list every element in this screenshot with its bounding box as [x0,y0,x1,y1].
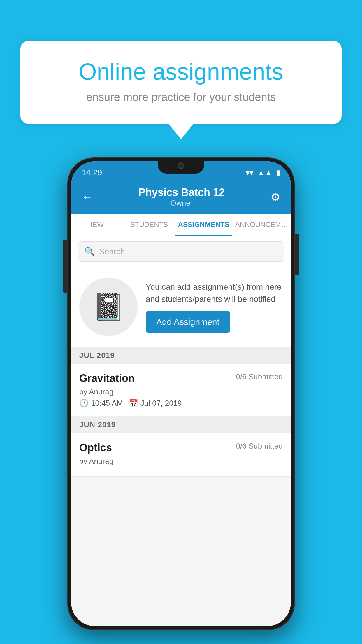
assignment-header-optics: Optics 0/6 Submitted [79,442,283,454]
empty-text: You can add assignment(s) from here and … [146,281,283,333]
assignment-by: by Anurag [79,387,283,396]
notch [158,158,204,174]
header-center: Physics Batch 12 Owner [138,186,225,208]
empty-icon-circle: 📓 [79,278,138,336]
assignment-by-optics: by Anurag [79,457,283,466]
header-subtitle: Owner [138,199,225,208]
notch-camera [178,162,184,169]
signal-icon: ▲▲ [257,168,272,177]
wifi-icon: ▾▾ [246,168,253,177]
empty-state: 📓 You can add assignment(s) from here an… [71,267,291,347]
meta-date: 📅 Jul 07, 2019 [129,399,182,408]
tab-students[interactable]: STUDENTS [123,214,175,236]
assignment-meta: 🕐 10:45 AM 📅 Jul 07, 2019 [79,399,283,408]
speech-bubble-container: Online assignments ensure more practice … [20,41,342,124]
tab-iew[interactable]: IEW [71,214,123,236]
tabs-bar: IEW STUDENTS ASSIGNMENTS ANNOUNCEM… [71,214,291,236]
phone-screen: 14:29 ▾▾ ▲▲ ▮ ← Physics Batch 12 Owner ⚙ [71,161,291,626]
assignment-item-gravitation[interactable]: Gravitation 0/6 Submitted by Anurag 🕐 10… [71,364,291,416]
battery-icon: ▮ [276,168,280,177]
assignment-name: Gravitation [79,372,135,384]
assignment-name-optics: Optics [79,442,112,454]
assignment-date: Jul 07, 2019 [140,399,182,408]
month-section-jun: JUN 2019 [71,416,291,433]
empty-description: You can add assignment(s) from here and … [146,281,283,305]
assignment-submitted: 0/6 Submitted [236,372,283,381]
tab-announcements[interactable]: ANNOUNCEM… [232,214,291,236]
status-icons: ▾▾ ▲▲ ▮ [246,168,280,177]
assignment-submitted-optics: 0/6 Submitted [236,442,283,451]
clock-icon: 🕐 [79,399,89,408]
add-assignment-button[interactable]: Add Assignment [146,311,230,333]
notebook-icon: 📓 [92,292,125,322]
calendar-icon: 📅 [129,399,138,408]
month-section-jul: JUL 2019 [71,347,291,364]
back-button[interactable]: ← [82,191,93,203]
assignment-time: 10:45 AM [91,399,123,408]
header-title: Physics Batch 12 [138,186,225,199]
tab-assignments[interactable]: ASSIGNMENTS [175,214,232,236]
app-header: ← Physics Batch 12 Owner ⚙ [71,181,291,214]
gear-icon[interactable]: ⚙ [270,191,280,204]
speech-bubble-subtitle: ensure more practice for your students [41,91,321,104]
meta-time: 🕐 10:45 AM [79,399,123,408]
speech-bubble: Online assignments ensure more practice … [20,41,342,124]
status-time: 14:29 [82,168,102,177]
search-bar: 🔍 Search [71,236,291,267]
search-placeholder: Search [99,247,125,256]
phone-outer: 14:29 ▾▾ ▲▲ ▮ ← Physics Batch 12 Owner ⚙ [67,158,295,630]
phone-wrapper: 14:29 ▾▾ ▲▲ ▮ ← Physics Batch 12 Owner ⚙ [67,158,295,630]
speech-bubble-title: Online assignments [41,58,321,85]
search-input-wrap[interactable]: 🔍 Search [78,242,284,262]
assignment-header: Gravitation 0/6 Submitted [79,372,283,384]
search-icon: 🔍 [84,246,95,257]
assignment-item-optics[interactable]: Optics 0/6 Submitted by Anurag [71,433,291,477]
